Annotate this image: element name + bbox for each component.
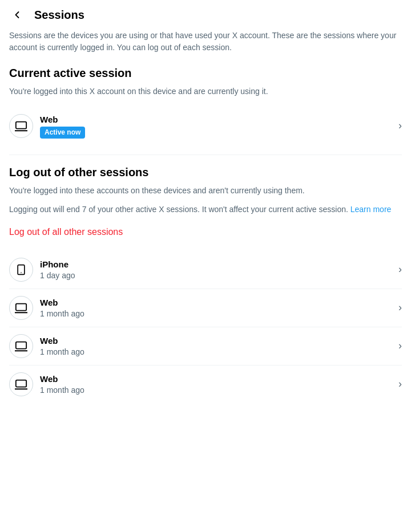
svg-rect-8 <box>16 380 26 387</box>
other-sessions-desc2: Logging out will end 7 of your other act… <box>9 204 402 216</box>
other-sessions-section: Log out of other sessions You're logged … <box>9 164 402 403</box>
session-item[interactable]: iPhone 1 day ago › <box>9 251 402 289</box>
session-item[interactable]: Web 1 month ago › <box>9 327 402 366</box>
session-chevron: › <box>398 339 402 353</box>
session-name: Web <box>40 335 394 347</box>
session-name: iPhone <box>40 258 394 270</box>
svg-rect-4 <box>16 303 26 310</box>
phone-icon <box>15 264 27 275</box>
session-name: Web <box>40 297 394 308</box>
current-session-item[interactable]: Web Active now › <box>9 107 402 145</box>
session-info: iPhone 1 day ago <box>40 258 394 282</box>
current-session-chevron: › <box>398 119 402 133</box>
session-info: Web 1 month ago <box>40 297 394 320</box>
session-item[interactable]: Web 1 month ago › <box>9 366 402 403</box>
active-now-badge: Active now <box>40 127 85 139</box>
session-name: Web <box>40 373 394 385</box>
session-info: Web 1 month ago <box>40 373 394 396</box>
session-device-icon-wrapper <box>9 296 33 320</box>
learn-more-link[interactable]: Learn more <box>350 205 392 214</box>
current-active-description: You're logged into this X account on thi… <box>9 86 402 98</box>
section-divider <box>9 155 402 155</box>
other-sessions-desc2-text: Logging out will end 7 of your other act… <box>9 205 350 214</box>
current-session-info: Web Active now <box>40 113 394 139</box>
back-button[interactable] <box>9 7 25 23</box>
current-active-section: Current active session You're logged int… <box>9 65 402 145</box>
other-sessions-desc1: You're logged into these accounts on the… <box>9 185 402 197</box>
laptop-icon <box>15 340 27 352</box>
laptop-icon <box>15 302 27 314</box>
current-session-name: Web <box>40 113 394 125</box>
current-session-device-icon-wrapper <box>9 114 33 138</box>
svg-rect-2 <box>18 265 25 274</box>
other-sessions-title: Log out of other sessions <box>9 164 402 180</box>
session-time: 1 day ago <box>40 270 394 282</box>
current-active-title: Current active session <box>9 65 402 81</box>
logout-all-button[interactable]: Log out of all other sessions <box>9 222 123 242</box>
svg-rect-6 <box>16 342 26 348</box>
page-title: Sessions <box>34 7 84 23</box>
session-time: 1 month ago <box>40 385 394 396</box>
session-chevron: › <box>398 300 402 315</box>
session-chevron: › <box>398 377 402 391</box>
other-sessions-list: iPhone 1 day ago › Web 1 month ago › <box>9 251 402 403</box>
session-item[interactable]: Web 1 month ago › <box>9 289 402 327</box>
session-device-icon-wrapper <box>9 372 33 396</box>
session-time: 1 month ago <box>40 308 394 320</box>
laptop-icon <box>15 120 27 132</box>
main-content: Sessions are the devices you are using o… <box>0 30 411 403</box>
svg-rect-0 <box>16 122 26 129</box>
header: Sessions <box>0 0 411 30</box>
intro-description: Sessions are the devices you are using o… <box>9 30 402 54</box>
session-info: Web 1 month ago <box>40 335 394 358</box>
session-chevron: › <box>398 262 402 277</box>
laptop-icon <box>15 378 27 391</box>
session-device-icon-wrapper <box>9 258 33 282</box>
session-time: 1 month ago <box>40 347 394 358</box>
session-device-icon-wrapper <box>9 334 33 358</box>
